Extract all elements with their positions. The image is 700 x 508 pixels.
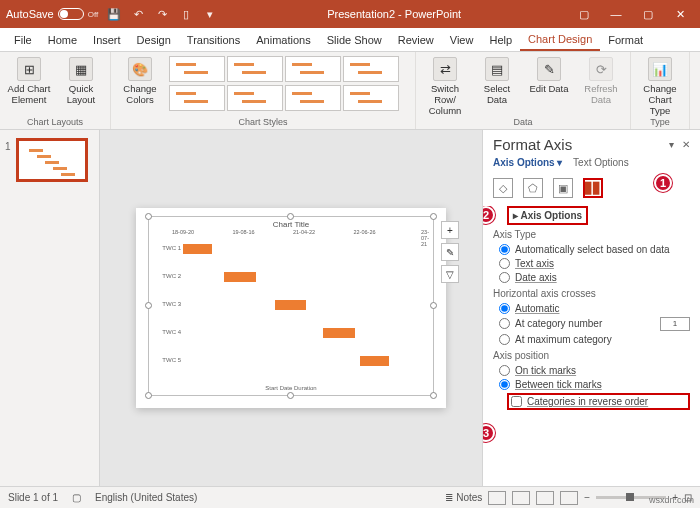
tab-format[interactable]: Format — [600, 30, 651, 50]
style-thumb[interactable] — [227, 56, 283, 82]
effects-icon[interactable]: ⬠ — [523, 178, 543, 198]
quick-layout-button[interactable]: ▦Quick Layout — [58, 54, 104, 105]
chart-bar[interactable] — [183, 244, 212, 254]
axis-options-icon[interactable]: ▊▊ — [583, 178, 603, 198]
radio[interactable] — [499, 379, 510, 390]
style-thumb[interactable] — [169, 56, 225, 82]
chart-bar[interactable] — [275, 300, 306, 310]
style-thumb[interactable] — [169, 85, 225, 111]
radio[interactable] — [499, 318, 510, 329]
opt-text-axis[interactable]: Text axis — [493, 256, 690, 270]
checkbox[interactable] — [511, 396, 522, 407]
switch-label: Switch Row/ Column — [422, 83, 468, 116]
slide-canvas[interactable]: Chart Title TWC 1 TWC 2 TWC 3 TWC 4 TWC … — [100, 130, 482, 486]
style-thumb[interactable] — [285, 56, 341, 82]
chart-styles-gallery[interactable] — [169, 54, 409, 112]
tab-transitions[interactable]: Transitions — [179, 30, 248, 50]
category-number-input[interactable]: 1 — [660, 317, 690, 331]
edit-data-button[interactable]: ✎Edit Data — [526, 54, 572, 94]
maximize-icon[interactable]: ▢ — [634, 8, 662, 21]
resize-handle[interactable] — [287, 392, 294, 399]
opt-categories-reverse[interactable]: Categories in reverse order — [511, 396, 686, 407]
start-slideshow-icon[interactable]: ▯ — [178, 8, 194, 21]
resize-handle[interactable] — [145, 213, 152, 220]
chart-plot-area[interactable]: TWC 1 TWC 2 TWC 3 TWC 4 TWC 5 18-09-20 1… — [183, 239, 425, 373]
opt-between-tick-marks[interactable]: Between tick marks — [493, 377, 690, 391]
language-status[interactable]: English (United States) — [95, 492, 197, 503]
tab-insert[interactable]: Insert — [85, 30, 129, 50]
chart-legend[interactable]: Start Date Duration — [149, 385, 433, 391]
chart-elements-button[interactable]: + — [441, 221, 459, 239]
pane-close-icon[interactable]: ✕ — [682, 139, 690, 150]
radio[interactable] — [499, 303, 510, 314]
style-thumb[interactable] — [343, 56, 399, 82]
slide-thumbnail-pane[interactable]: 1 — [0, 130, 100, 486]
resize-handle[interactable] — [145, 392, 152, 399]
select-data-button[interactable]: ▤Select Data — [474, 54, 520, 105]
qat-more-icon[interactable]: ▾ — [202, 8, 218, 21]
autosave-toggle[interactable]: AutoSave Off — [6, 8, 98, 20]
tab-slideshow[interactable]: Slide Show — [319, 30, 390, 50]
opt-on-tick-marks[interactable]: On tick marks — [493, 363, 690, 377]
radio[interactable] — [499, 258, 510, 269]
radio[interactable] — [499, 334, 510, 345]
tab-file[interactable]: File — [6, 30, 40, 50]
resize-handle[interactable] — [287, 213, 294, 220]
size-properties-icon[interactable]: ▣ — [553, 178, 573, 198]
opt-at-maximum[interactable]: At maximum category — [493, 332, 690, 346]
tab-design[interactable]: Design — [129, 30, 179, 50]
ribbon-options-icon[interactable]: ▢ — [570, 8, 598, 21]
resize-handle[interactable] — [430, 302, 437, 309]
slide-thumbnail[interactable]: 1 — [16, 138, 88, 182]
opt-date-axis[interactable]: Date axis — [493, 270, 690, 284]
tab-chart-design[interactable]: Chart Design — [520, 29, 600, 51]
pane-body[interactable]: 2 ▸ Axis Options Axis Type Automatically… — [483, 206, 700, 486]
opt-automatic[interactable]: Automatic — [493, 301, 690, 315]
chart-styles-button[interactable]: ✎ — [441, 243, 459, 261]
zoom-out-button[interactable]: − — [584, 492, 590, 503]
tab-animations[interactable]: Animations — [248, 30, 318, 50]
tab-review[interactable]: Review — [390, 30, 442, 50]
tab-help[interactable]: Help — [481, 30, 520, 50]
resize-handle[interactable] — [145, 302, 152, 309]
radio[interactable] — [499, 272, 510, 283]
redo-icon[interactable]: ↷ — [154, 8, 170, 21]
opt-auto-select[interactable]: Automatically select based on data — [493, 242, 690, 256]
notes-button[interactable]: ≣ Notes — [445, 492, 482, 503]
style-thumb[interactable] — [343, 85, 399, 111]
minimize-icon[interactable]: — — [602, 8, 630, 21]
tab-home[interactable]: Home — [40, 30, 85, 50]
add-chart-element-button[interactable]: ⊞Add Chart Element — [6, 54, 52, 105]
close-icon[interactable]: ✕ — [666, 8, 694, 21]
style-thumb[interactable] — [227, 85, 283, 111]
undo-icon[interactable]: ↶ — [130, 8, 146, 21]
slide-sorter-button[interactable] — [512, 491, 530, 505]
switch-row-column-button[interactable]: ⇄Switch Row/ Column — [422, 54, 468, 116]
change-chart-type-button[interactable]: 📊Change Chart Type — [637, 54, 683, 116]
tab-axis-options[interactable]: Axis Options ▾ — [493, 157, 562, 168]
radio[interactable] — [499, 244, 510, 255]
change-colors-button[interactable]: 🎨Change Colors — [117, 54, 163, 105]
radio[interactable] — [499, 365, 510, 376]
reading-view-button[interactable] — [536, 491, 554, 505]
pane-dropdown-icon[interactable]: ▾ — [669, 139, 674, 150]
section-axis-options[interactable]: ▸ Axis Options — [507, 206, 588, 225]
save-icon[interactable]: 💾 — [106, 8, 122, 21]
style-thumb[interactable] — [285, 85, 341, 111]
slide-counter[interactable]: Slide 1 of 1 — [8, 492, 58, 503]
slideshow-view-button[interactable] — [560, 491, 578, 505]
opt-at-category[interactable]: At category number1 — [493, 315, 690, 332]
chart-object[interactable]: Chart Title TWC 1 TWC 2 TWC 3 TWC 4 TWC … — [148, 216, 434, 396]
normal-view-button[interactable] — [488, 491, 506, 505]
fill-line-icon[interactable]: ◇ — [493, 178, 513, 198]
chart-bar[interactable] — [224, 272, 255, 282]
spellcheck-icon[interactable]: ▢ — [72, 492, 81, 503]
chart-filters-button[interactable]: ▽ — [441, 265, 459, 283]
tab-view[interactable]: View — [442, 30, 482, 50]
resize-handle[interactable] — [430, 392, 437, 399]
refresh-data-button[interactable]: ⟳Refresh Data — [578, 54, 624, 105]
chart-bar[interactable] — [323, 328, 354, 338]
tab-text-options[interactable]: Text Options — [573, 157, 629, 168]
resize-handle[interactable] — [430, 213, 437, 220]
chart-bar[interactable] — [360, 356, 389, 366]
